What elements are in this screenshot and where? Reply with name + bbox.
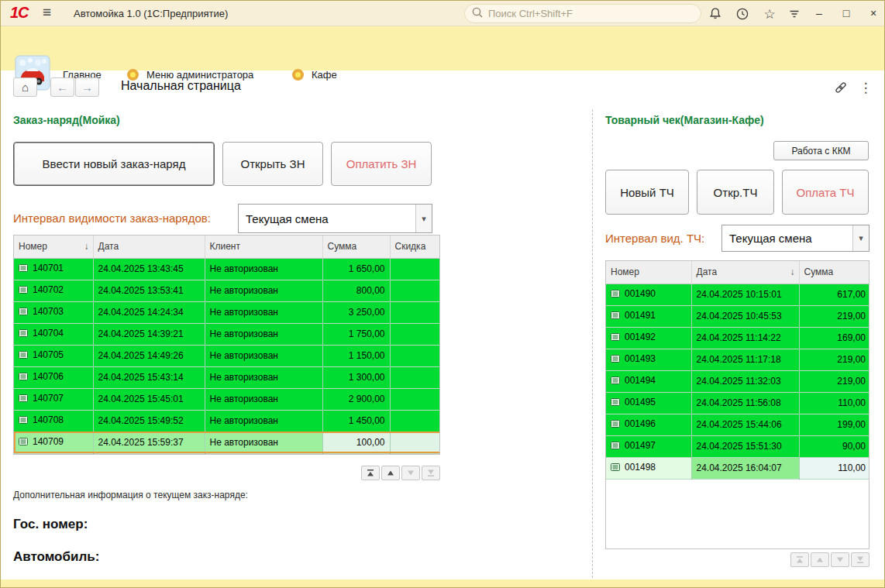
cell-num: 140702 — [14, 280, 93, 301]
minimize-button[interactable]: – — [810, 5, 828, 22]
forward-arrow-icon: → — [81, 81, 93, 94]
col-header-sum[interactable]: Сумма — [322, 236, 390, 258]
cell-num: 140706 — [14, 366, 93, 388]
table-row[interactable]: 14070224.04.2025 13:53:41Не авторизован8… — [14, 280, 440, 301]
application-window: 1С ≡ Автомойка 1.0 (1С:Предприятие) ☆ – … — [0, 0, 885, 588]
open-receipt-button[interactable]: Откр.ТЧ — [697, 170, 774, 215]
cell-date: 24.04.2025 15:43:14 — [93, 366, 205, 388]
cell-num: 001490 — [606, 284, 691, 305]
more-menu-icon[interactable]: ⋮ — [858, 80, 873, 95]
orders-table-header: Номер ↓ Дата Клиент Сумма Скидка — [14, 236, 440, 258]
table-row[interactable]: 14070524.04.2025 14:49:26Не авторизован1… — [14, 345, 440, 366]
table-row[interactable]: 00149824.04.2025 16:04:07110,00 — [606, 457, 870, 479]
cell-date: 24.04.2025 15:45:01 — [93, 388, 205, 410]
table-row[interactable]: 14070424.04.2025 14:39:21Не авторизован1… — [14, 323, 440, 345]
cell-date: 24.04.2025 11:56:08 — [691, 392, 799, 414]
cell-discount — [390, 388, 440, 410]
maximize-button[interactable]: □ — [837, 5, 856, 22]
table-row[interactable]: 14070824.04.2025 15:49:52Не авторизован1… — [14, 410, 440, 432]
close-button[interactable]: × — [864, 5, 883, 22]
cell-client: Не авторизован — [205, 258, 322, 280]
search-input[interactable] — [488, 8, 694, 19]
table-row[interactable]: 00149324.04.2025 11:17:18219,00 — [606, 349, 870, 370]
orders-table: Номер ↓ Дата Клиент Сумма Скидка 1407012… — [13, 235, 440, 455]
col-header-client[interactable]: Клиент — [205, 236, 322, 258]
pay-order-button[interactable]: Оплатить ЗН — [331, 142, 432, 186]
go-last-icon[interactable] — [851, 552, 870, 567]
cell-num: 140707 — [14, 388, 93, 410]
document-icon — [19, 328, 28, 340]
notifications-bell-icon[interactable] — [708, 6, 723, 22]
pay-receipt-button[interactable]: Оплата ТЧ — [782, 170, 869, 215]
main-menu-icon[interactable]: ≡ — [43, 4, 51, 21]
col-header-discount[interactable]: Скидка — [390, 236, 440, 258]
cell-num: 140703 — [14, 301, 93, 323]
table-row[interactable]: 14070124.04.2025 13:43:45Не авторизован1… — [14, 258, 440, 280]
cell-client: Не авторизован — [205, 432, 322, 453]
cell-discount — [390, 301, 440, 323]
table-row[interactable]: 00149624.04.2025 15:44:06199,00 — [606, 414, 870, 435]
orders-interval-select[interactable]: Текущая смена ▾ — [238, 204, 432, 233]
go-up-icon[interactable] — [811, 552, 829, 567]
cell-discount — [390, 345, 440, 366]
cell-discount — [390, 258, 440, 280]
cell-num: 001493 — [606, 349, 691, 370]
receipts-table-header: Номер Дата ↓ Сумма — [606, 261, 870, 284]
cell-discount — [390, 366, 440, 388]
cell-sum: 110,00 — [799, 392, 870, 414]
history-clock-icon[interactable] — [735, 6, 750, 22]
cell-sum: 199,00 — [799, 414, 870, 435]
col-header-date[interactable]: Дата ↓ — [691, 261, 799, 284]
table-row[interactable]: 00149524.04.2025 11:56:08110,00 — [606, 392, 870, 414]
table-row[interactable]: 14070924.04.2025 15:59:37Не авторизован1… — [14, 432, 440, 453]
col-header-number[interactable]: Номер — [606, 261, 691, 284]
document-icon — [611, 462, 620, 474]
get-link-icon[interactable] — [833, 80, 849, 95]
table-row[interactable]: 00149024.04.2025 10:15:01617,00 — [606, 284, 870, 305]
new-receipt-button[interactable]: Новый ТЧ — [605, 170, 689, 215]
orders-pager — [361, 466, 440, 480]
go-first-icon[interactable] — [790, 552, 809, 567]
table-row[interactable]: 00149724.04.2025 15:51:3090,00 — [606, 435, 870, 457]
cell-date: 24.04.2025 14:24:34 — [93, 301, 205, 323]
home-button[interactable]: ⌂ — [13, 77, 37, 97]
open-order-button[interactable]: Открыть ЗН — [222, 142, 323, 186]
table-row[interactable]: 14070624.04.2025 15:43:14Не авторизован1… — [14, 366, 440, 388]
table-row[interactable]: 14070324.04.2025 14:24:34Не авторизован3… — [14, 301, 440, 323]
table-row[interactable]: 00149124.04.2025 10:45:53219,00 — [606, 305, 870, 327]
favorites-star-icon[interactable]: ☆ — [762, 6, 777, 22]
cell-date: 24.04.2025 11:32:03 — [691, 370, 799, 392]
go-last-icon[interactable] — [422, 466, 440, 480]
receipts-interval-select[interactable]: Текущая смена ▾ — [721, 225, 870, 252]
orders-interval-label: Интервал видимости заказ-нарядов: — [13, 211, 211, 225]
chevron-down-icon[interactable]: ▾ — [415, 205, 432, 232]
cell-sum: 219,00 — [799, 305, 870, 327]
kkm-button[interactable]: Работа с ККМ — [773, 141, 869, 160]
cell-date: 24.04.2025 10:15:01 — [691, 284, 799, 305]
cell-num: 001495 — [606, 392, 691, 414]
go-up-icon[interactable] — [381, 466, 400, 480]
forward-button[interactable]: → — [75, 77, 99, 97]
go-first-icon[interactable] — [361, 466, 380, 480]
chevron-down-icon[interactable]: ▾ — [852, 225, 869, 251]
document-icon — [19, 372, 28, 383]
go-down-icon[interactable] — [831, 552, 849, 567]
new-order-button[interactable]: Ввести новый заказ-наряд — [13, 142, 215, 186]
table-row[interactable]: 14070724.04.2025 15:45:01Не авторизован2… — [14, 388, 440, 410]
col-header-number[interactable]: Номер ↓ — [14, 236, 93, 258]
global-search[interactable] — [464, 4, 701, 23]
col-header-sum[interactable]: Сумма — [799, 261, 870, 284]
document-icon — [611, 354, 620, 366]
back-button[interactable]: ← — [50, 77, 74, 97]
table-row[interactable]: 00149224.04.2025 11:14:22169,00 — [606, 327, 870, 349]
col-header-date[interactable]: Дата — [93, 236, 205, 258]
section-cafe[interactable]: Кафе — [292, 65, 337, 84]
go-down-icon[interactable] — [401, 466, 420, 480]
table-row[interactable]: 00149424.04.2025 11:32:03219,00 — [606, 370, 870, 392]
cell-sum: 1 650,00 — [322, 258, 390, 280]
cell-num: 140705 — [14, 345, 93, 366]
document-icon — [611, 332, 620, 344]
filter-icon[interactable] — [787, 6, 802, 22]
document-icon — [19, 394, 28, 405]
cell-num: 001496 — [606, 414, 691, 435]
